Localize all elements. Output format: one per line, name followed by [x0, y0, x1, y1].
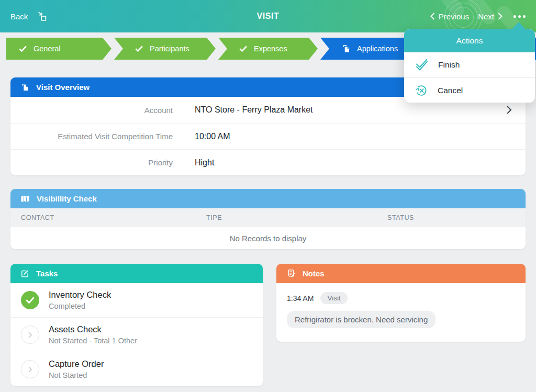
- pages-icon: [341, 44, 351, 53]
- tasks-header: Tasks: [10, 264, 263, 283]
- task-row-assets-check[interactable]: Assets Check Not Started - Total 1 Other: [10, 317, 263, 352]
- step-label: Applications: [357, 44, 398, 53]
- step-label: General: [34, 44, 61, 53]
- chevron-right-icon: [497, 12, 504, 20]
- back-button[interactable]: Back: [10, 12, 28, 21]
- empty-table-message: No Records to display: [10, 227, 526, 249]
- note-tag-badge: Visit: [320, 292, 347, 304]
- field-value: NTO Store - Ferry Plaza Market: [195, 105, 313, 115]
- field-row-priority: Priority Hight: [10, 149, 526, 175]
- card-title: Notes: [303, 269, 325, 278]
- step-label: Expenses: [254, 44, 287, 53]
- task-status: Completed: [49, 302, 111, 310]
- column-header-contact: CONTACT: [10, 214, 206, 221]
- action-label: Cancel: [438, 86, 463, 95]
- chevron-left-icon: [429, 12, 436, 20]
- map-icon: [20, 195, 30, 203]
- column-header-status: STATUS: [379, 214, 526, 221]
- pages-icon: [20, 83, 29, 92]
- actions-dropdown: Actions Finish Cancel: [404, 29, 535, 103]
- check-icon: [239, 46, 248, 52]
- step-label: Participants: [150, 44, 189, 53]
- double-check-icon: [415, 59, 428, 71]
- actions-dropdown-title: Actions: [404, 29, 535, 52]
- note-text: Refrigirator is brocken. Need servicing: [287, 311, 436, 328]
- column-header-tipe: TIPE: [206, 214, 379, 221]
- more-actions-button[interactable]: [512, 12, 527, 21]
- field-value: Hight: [195, 158, 214, 167]
- minimize-icon[interactable]: [37, 10, 48, 22]
- step-participants[interactable]: Participants: [114, 38, 216, 60]
- table-header-row: CONTACT TIPE STATUS: [10, 208, 526, 227]
- action-finish[interactable]: Finish: [404, 52, 535, 77]
- note-timestamp: 1:34 AM: [287, 294, 314, 303]
- previous-button[interactable]: Previous: [429, 12, 469, 21]
- cancel-circle-icon: [415, 84, 428, 97]
- completed-check-icon: [21, 291, 39, 309]
- action-cancel[interactable]: Cancel: [404, 77, 535, 103]
- chevron-circle-icon: [21, 360, 39, 378]
- task-name: Capture Order: [49, 359, 104, 369]
- field-value: 10:00 AM: [195, 132, 230, 141]
- note-pencil-icon: [286, 269, 296, 278]
- action-label: Finish: [438, 60, 460, 70]
- next-label: Next: [478, 12, 494, 21]
- field-row-completion-time: Estimated Visit Competition Time 10:00 A…: [10, 123, 526, 149]
- chevron-right-icon: [506, 105, 512, 115]
- edit-square-icon: [20, 269, 29, 278]
- tasks-card: Tasks Inventory Check Completed Assets C…: [10, 264, 263, 386]
- field-label: Priority: [10, 158, 173, 167]
- next-button[interactable]: Next: [478, 12, 504, 21]
- check-icon: [135, 46, 143, 52]
- field-label: Estimated Visit Competition Time: [10, 132, 173, 141]
- chevron-circle-icon: [21, 326, 39, 344]
- card-title: Tasks: [36, 269, 58, 278]
- task-name: Assets Check: [49, 324, 137, 334]
- notes-card: Notes 1:34 AM Visit Refrigirator is broc…: [276, 264, 526, 342]
- visibility-check-card: Visibillity Check CONTACT TIPE STATUS No…: [10, 189, 526, 249]
- task-status: Not Started - Total 1 Other: [49, 337, 137, 345]
- notes-header: Notes: [276, 264, 526, 283]
- previous-label: Previous: [439, 12, 469, 21]
- task-row-capture-order[interactable]: Capture Order Not Started: [10, 352, 263, 386]
- visibility-check-header: Visibillity Check: [10, 189, 526, 208]
- check-icon: [19, 46, 27, 52]
- task-row-inventory-check[interactable]: Inventory Check Completed: [10, 283, 263, 317]
- step-expenses[interactable]: Expenses: [218, 38, 318, 60]
- top-navigation-bar: Back VISIT Previous Next: [0, 0, 536, 32]
- field-label: Account: [10, 106, 173, 115]
- card-title: Visibillity Check: [37, 194, 97, 203]
- step-general[interactable]: General: [6, 38, 111, 60]
- dropdown-pointer: [511, 22, 526, 30]
- card-title: Visit Overview: [36, 83, 90, 92]
- task-name: Inventory Check: [49, 290, 111, 300]
- task-status: Not Started: [49, 371, 104, 379]
